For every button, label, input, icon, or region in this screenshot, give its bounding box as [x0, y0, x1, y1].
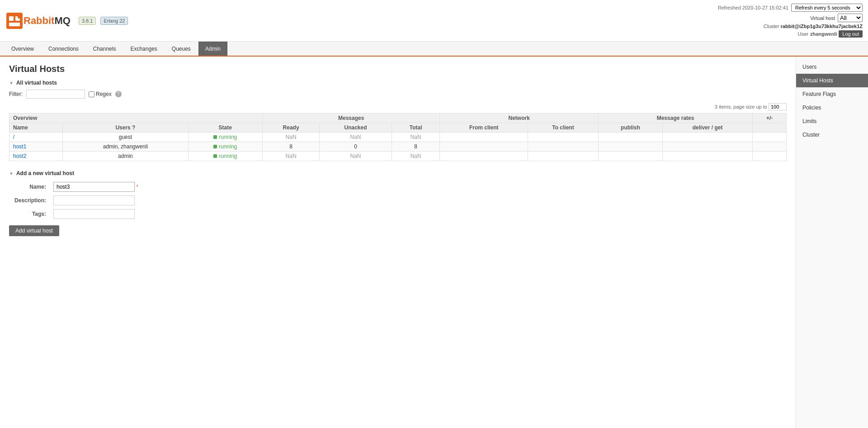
section-toggle-icon: ▼ — [9, 81, 14, 86]
help-icon[interactable]: ? — [115, 91, 122, 97]
cluster-row: Cluster rabbit@iZbp1g3u73kkhu7jacbek1Z — [718, 24, 863, 29]
header: RabbitMQ 3.8.1 Erlang 22 Refreshed 2020-… — [0, 0, 868, 42]
logout-button[interactable]: Log out — [839, 30, 863, 38]
nav-item-channels[interactable]: Channels — [86, 42, 123, 56]
regex-checkbox[interactable] — [89, 91, 94, 97]
table-cell: NaN — [392, 152, 440, 161]
regex-text: Regex — [96, 91, 112, 97]
all-vhosts-section-header[interactable]: ▼ All virtual hosts — [9, 80, 787, 86]
vhost-name-link[interactable]: host2 — [13, 153, 26, 159]
col-header-from-client: From client — [440, 123, 528, 133]
filter-label: Filter: — [9, 91, 23, 97]
user-row: User zhangwenli Log out — [718, 30, 863, 38]
table-row: host1admin, zhangwenlirunning808 — [9, 142, 787, 152]
col-header-ready: Ready — [262, 123, 319, 133]
table-cell-empty — [753, 133, 787, 142]
refresh-select[interactable]: Refresh every 5 seconds Refresh every 10… — [791, 4, 863, 12]
running-text: running — [219, 153, 237, 159]
form-name-row: Name: host3 * — [9, 180, 142, 194]
nav-item-connections[interactable]: Connections — [42, 42, 85, 56]
sidebar-item-users[interactable]: Users — [796, 60, 868, 74]
table-cell — [528, 133, 599, 142]
form-tags-row: Tags: — [9, 207, 142, 221]
virtual-host-label: Virtual host — [810, 15, 835, 21]
form-name-input[interactable]: host3 — [53, 182, 135, 192]
table-cell: guest — [63, 133, 188, 142]
table-row: /guestrunningNaNNaNNaN — [9, 133, 787, 142]
user-value: zhangwenli — [810, 31, 837, 37]
vhost-name-link[interactable]: host1 — [13, 143, 26, 150]
add-virtual-host-button[interactable]: Add virtual host — [9, 225, 59, 236]
col-header-deliver-get: deliver / get — [662, 123, 752, 133]
table-cell — [528, 142, 599, 152]
erlang-badge: Erlang 22 — [100, 17, 128, 25]
cluster-value: rabbit@iZbp1g3u73kkhu7jacbek1Z — [781, 24, 863, 29]
section-all-label: All virtual hosts — [16, 80, 57, 86]
col-toggle[interactable]: +/- — [753, 114, 787, 123]
table-cell — [440, 152, 528, 161]
col-header-publish: publish — [598, 123, 662, 133]
table-cell — [598, 152, 662, 161]
running-text: running — [219, 143, 237, 150]
table-cell: 8 — [262, 142, 319, 152]
content: Virtual Hosts ▼ All virtual hosts Filter… — [0, 57, 796, 428]
sidebar-item-virtual-hosts[interactable]: Virtual Hosts — [796, 74, 868, 87]
logo-text: Rabbit — [24, 15, 54, 27]
table-cell — [598, 142, 662, 152]
virtual-host-select[interactable]: All / host1 host2 — [838, 14, 863, 22]
cluster-label: Cluster — [764, 24, 779, 29]
table-cell: running — [188, 152, 262, 161]
status-green-icon — [213, 145, 217, 148]
status-green-icon — [213, 154, 217, 158]
refreshed-label: Refreshed 2020-10-27 15:02:41 — [718, 5, 788, 10]
sidebar-item-policies[interactable]: Policies — [796, 101, 868, 114]
table-cell: host2 — [9, 152, 63, 161]
add-vhost-section-header[interactable]: ▼ Add a new virtual host — [9, 170, 787, 176]
form-name-label: Name: — [9, 180, 50, 194]
vhosts-tbody: /guestrunningNaNNaNNaNhost1admin, zhangw… — [9, 133, 787, 161]
nav-item-queues[interactable]: Queues — [165, 42, 198, 56]
table-cell: running — [188, 142, 262, 152]
sidebar: Users Virtual Hosts Feature Flags Polici… — [796, 57, 868, 428]
nav: Overview Connections Channels Exchanges … — [0, 42, 868, 57]
logo-text-mq: MQ — [54, 15, 70, 27]
svg-rect-1 — [9, 16, 14, 21]
table-cell — [528, 152, 599, 161]
col-header-state: State — [188, 123, 262, 133]
header-right: Refreshed 2020-10-27 15:02:41 Refresh ev… — [718, 4, 863, 38]
table-cell — [598, 133, 662, 142]
sidebar-item-feature-flags[interactable]: Feature Flags — [796, 87, 868, 101]
table-cell: NaN — [262, 133, 319, 142]
nav-item-overview[interactable]: Overview — [5, 42, 41, 56]
page-size-input[interactable]: 100 — [769, 103, 787, 110]
col-group-messages: Messages — [262, 114, 440, 123]
col-header-name: Name — [9, 123, 63, 133]
form-description-input[interactable] — [53, 195, 135, 205]
user-label: User — [798, 31, 808, 37]
page-items-label: 3 items, page size up to — [715, 104, 767, 109]
sidebar-item-cluster[interactable]: Cluster — [796, 128, 868, 142]
table-cell-empty — [753, 142, 787, 152]
form-name-asterisk: * — [136, 184, 138, 190]
vhost-name-link[interactable]: / — [13, 134, 14, 140]
nav-item-admin[interactable]: Admin — [198, 42, 227, 56]
col-group-overview: Overview — [9, 114, 263, 123]
form-tags-input[interactable] — [53, 209, 135, 219]
form-description-row: Description: — [9, 194, 142, 207]
sidebar-item-limits[interactable]: Limits — [796, 114, 868, 128]
col-header-total: Total — [392, 123, 440, 133]
form-tags-label: Tags: — [9, 207, 50, 221]
col-header-unacked: Unacked — [320, 123, 392, 133]
table-cell: 8 — [392, 142, 440, 152]
col-header-users: Users ? — [63, 123, 188, 133]
table-cell: 0 — [320, 142, 392, 152]
table-cell — [662, 133, 752, 142]
vhost-row: Virtual host All / host1 host2 — [718, 14, 863, 22]
table-cell: / — [9, 133, 63, 142]
status-green-icon — [213, 135, 217, 139]
table-cell: NaN — [262, 152, 319, 161]
nav-item-exchanges[interactable]: Exchanges — [123, 42, 164, 56]
filter-input[interactable] — [26, 90, 85, 99]
add-section-label: Add a new virtual host — [16, 170, 74, 176]
svg-point-4 — [18, 16, 20, 19]
